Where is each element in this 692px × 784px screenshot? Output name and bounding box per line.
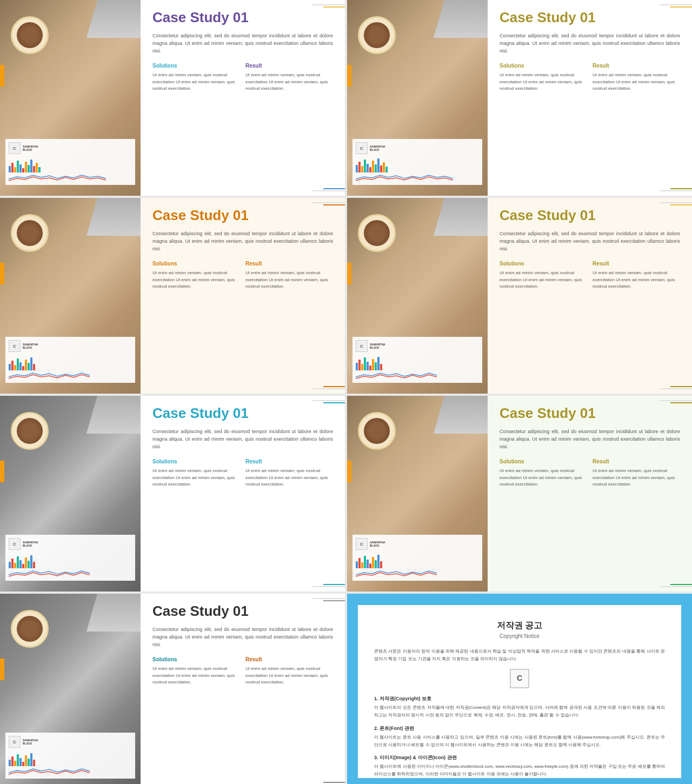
col2-title-3: Result (245, 261, 333, 267)
slide-content-3: Case Study 01 Consectetur adipiscing eli… (141, 198, 345, 394)
doc-name-3: SAMANTHABLACK (23, 343, 38, 349)
accent-bar-7 (0, 659, 4, 680)
coffee-cup-7 (11, 610, 49, 648)
slide-3: C SAMANTHABLACK $ (0, 198, 345, 394)
col1-title-4: Solutions (500, 261, 587, 267)
doc-name-2: SAMANTHABLACK (370, 145, 385, 151)
accent-bar-5 (0, 461, 4, 482)
two-col-6: Solutions Ut enim ad minim veniam, quis … (500, 459, 680, 582)
mini-chart-7 (9, 750, 132, 766)
copyright-s3-header: 3. 이미지(Image) & 아이콘(Icon) 관련 (374, 754, 665, 762)
accent-bar-2 (347, 65, 351, 87)
accent-bar-4 (347, 263, 351, 284)
slide-image-4: C SAMANTHABLACK $ (347, 198, 488, 394)
doc-name-6: SAMANTHABLACK (370, 541, 385, 547)
doc-overlay-4: C SAMANTHABLACK $ (352, 337, 482, 383)
doc-logo-2: C (356, 142, 368, 154)
deco-bottom2-2 (670, 188, 692, 189)
slide-content-1: Case Study 01 Consectetur adipiscing eli… (141, 0, 345, 196)
slide-image-7: C SAMANTHABLACK $ (0, 594, 141, 784)
doc-logo-5: C (9, 538, 21, 550)
col2-title-5: Result (245, 459, 333, 464)
deco-top2-3 (323, 204, 345, 205)
doc-name-7: SAMANTHABLACK (23, 739, 38, 745)
col1-5: Solutions Ut enim ad minim veniam, quis … (152, 459, 240, 582)
copyright-s3: 3. 이미지(Image) & 아이콘(Icon) 관련 이 웹사이트에 사용된… (374, 754, 665, 778)
doc-name-1: SAMANTHABLACK (23, 145, 38, 151)
deco-top-7 (312, 598, 345, 599)
col1-text-7: Ut enim ad minim veniam, quis nostrud ex… (152, 666, 240, 686)
two-col-2: Solutions Ut enim ad minim veniam, quis … (500, 63, 680, 186)
doc-logo-1: C (9, 142, 21, 154)
copyright-s1-body: 이 웹사이트의 모든 콘텐츠 저작물에 대한 저작권(Content)은 해당 … (374, 704, 665, 719)
col2-3: Result Ut enim ad minim veniam, quis nos… (245, 261, 333, 384)
deco-bottom2-5 (323, 584, 345, 585)
deco-bottom-1 (312, 190, 345, 191)
deco-bottom-6 (660, 586, 692, 587)
copyright-intro: 콘텐츠 서문은 이용자의 창작 이용을 위해 제공된 내용으로서 학습 및 비상… (374, 648, 665, 662)
slide-image-2: C SAMANTHABLACK $ (347, 0, 488, 196)
slide-desc-7: Consectetur adipiscing elit, sed do eius… (152, 626, 333, 649)
copyright-s1-header: 1. 저작권(Copyright) 보호 (374, 695, 665, 703)
line-chart-7 (9, 767, 132, 775)
accent-bar-3 (0, 263, 4, 284)
deco-bottom2-3 (323, 386, 345, 387)
col2-text-7: Ut enim ad minim veniam, quis nostrud ex… (245, 666, 333, 686)
doc-overlay-7: C SAMANTHABLACK $ (5, 733, 135, 779)
col1-1: Solutions Ut enim ad minim veniam, quis … (152, 63, 240, 186)
doc-logo-3: C (9, 340, 21, 352)
copyright-s2: 2. 폰트(Font) 관련 이 웹사이트는 폰트 사용 서비스를 사용하고 있… (374, 725, 665, 748)
two-col-7: Solutions Ut enim ad minim veniam, quis … (152, 656, 333, 780)
slide-desc-1: Consectetur adipiscing elit, sed do eius… (152, 32, 333, 55)
slide-desc-6: Consectetur adipiscing elit, sed do eius… (500, 428, 680, 451)
slide-content-2: Case Study 01 Consectetur adipiscing eli… (488, 0, 692, 196)
slide-title-5: Case Study 01 (152, 406, 333, 421)
col1-text-4: Ut enim ad minim veniam, quis nostrud ex… (500, 270, 587, 290)
copyright-title: 저작권 공고 (374, 620, 665, 632)
doc-logo-7: C (9, 736, 21, 748)
doc-overlay-2: C SAMANTHABLACK $ (352, 139, 482, 185)
slide-desc-4: Consectetur adipiscing elit, sed do eius… (500, 230, 680, 253)
copyright-intro-text: 콘텐츠 서문은 이용자의 창작 이용을 위해 제공된 내용으로서 학습 및 비상… (374, 648, 665, 662)
mini-chart-6 (356, 552, 479, 568)
copyright-s3-body: 이 웹사이트에 사용된 이미지나 아이콘(www.shutterstock.co… (374, 763, 665, 778)
copyright-subtitle: Copyright Notice (374, 633, 665, 639)
col1-title-1: Solutions (152, 63, 240, 69)
deco-bottom-4 (660, 388, 692, 389)
slide-title-3: Case Study 01 (152, 208, 333, 223)
col1-text-2: Ut enim ad minim veniam, quis nostrud ex… (500, 72, 587, 92)
copyright-logo-box: C (510, 669, 529, 688)
deco-bottom2-4 (670, 386, 692, 387)
col1-2: Solutions Ut enim ad minim veniam, quis … (500, 63, 587, 186)
slide-content-7: Case Study 01 Consectetur adipiscing eli… (141, 594, 345, 784)
mini-chart-1 (9, 156, 132, 172)
col1-title-7: Solutions (152, 656, 240, 662)
col2-6: Result Ut enim ad minim veniam, quis nos… (593, 459, 680, 582)
col1-text-1: Ut enim ad minim veniam, quis nostrud ex… (152, 72, 240, 92)
line-chart-3 (9, 371, 132, 379)
deco-top2-5 (323, 402, 345, 403)
deco-top2-4 (670, 204, 692, 205)
coffee-cup-6 (358, 412, 396, 450)
slide-title-2: Case Study 01 (500, 10, 680, 25)
doc-overlay-3: C SAMANTHABLACK $ (5, 337, 135, 383)
coffee-cup-4 (358, 214, 396, 252)
two-col-1: Solutions Ut enim ad minim veniam, quis … (152, 63, 333, 186)
slide-image-3: C SAMANTHABLACK $ (0, 198, 141, 394)
col2-text-5: Ut enim ad minim veniam, quis nostrud ex… (245, 468, 333, 488)
copyright-s1: 1. 저작권(Copyright) 보호 이 웹사이트의 모든 콘텐츠 저작물에… (374, 695, 665, 719)
deco-top-6 (660, 400, 692, 401)
col1-3: Solutions Ut enim ad minim veniam, quis … (152, 261, 240, 384)
slide-4: C SAMANTHABLACK $ (347, 198, 692, 394)
col2-title-1: Result (245, 63, 333, 69)
slide-content-5: Case Study 01 Consectetur adipiscing eli… (141, 396, 345, 592)
slide-desc-3: Consectetur adipiscing elit, sed do eius… (152, 230, 333, 253)
copyright-body: 콘텐츠 서문은 이용자의 창작 이용을 위해 제공된 내용으로서 학습 및 비상… (374, 648, 665, 778)
col2-7: Result Ut enim ad minim veniam, quis nos… (245, 656, 333, 780)
line-chart-2 (356, 174, 479, 181)
deco-bottom-5 (312, 586, 345, 587)
col2-text-1: Ut enim ad minim veniam, quis nostrud ex… (245, 72, 333, 92)
col1-title-6: Solutions (500, 459, 587, 464)
col1-6: Solutions Ut enim ad minim veniam, quis … (500, 459, 587, 582)
deco-top-3 (312, 202, 345, 203)
